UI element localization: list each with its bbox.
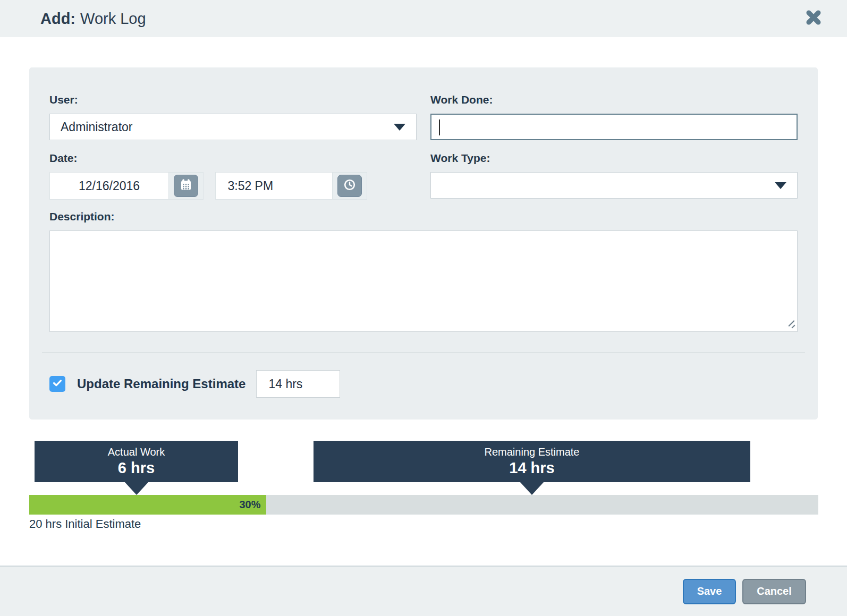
remaining-estimate-input[interactable]	[256, 370, 340, 398]
save-button[interactable]: Save	[683, 579, 736, 604]
description-label: Description:	[49, 210, 798, 223]
update-remaining-checkbox[interactable]	[49, 376, 65, 392]
work-type-label: Work Type:	[430, 152, 798, 165]
work-type-field: Work Type:	[430, 152, 798, 200]
progress-percent-label: 30%	[239, 499, 260, 511]
date-field: Date:	[49, 152, 417, 200]
remaining-estimate-label: Remaining Estimate	[485, 446, 580, 458]
work-done-label: Work Done:	[430, 93, 798, 106]
calendar-icon	[180, 178, 192, 193]
cancel-button-label: Cancel	[757, 585, 792, 597]
close-button[interactable]	[803, 8, 824, 29]
cancel-button[interactable]: Cancel	[742, 579, 806, 604]
remaining-estimate-callout: Remaining Estimate 14 hrs	[314, 441, 750, 482]
dialog-titlebar: Add: Work Log	[0, 0, 847, 37]
user-field: User: Administrator	[49, 93, 417, 140]
text-cursor	[439, 119, 440, 135]
user-label: User:	[49, 93, 417, 106]
work-done-input[interactable]	[430, 114, 798, 140]
description-field: Description:	[49, 210, 798, 332]
time-input-group	[215, 172, 367, 200]
chevron-down-icon	[775, 182, 786, 189]
actual-work-value: 6 hrs	[118, 459, 155, 477]
user-select[interactable]: Administrator	[49, 114, 417, 140]
work-done-field: Work Done:	[430, 93, 798, 140]
actual-work-label: Actual Work	[108, 446, 165, 458]
date-input-group	[49, 172, 204, 200]
actual-work-callout: Actual Work 6 hrs	[35, 441, 238, 482]
dialog-title-prefix: Add:	[40, 10, 75, 28]
user-select-value: Administrator	[61, 120, 132, 134]
time-input[interactable]	[216, 173, 333, 199]
worklog-progress-graph: Actual Work 6 hrs Remaining Estimate 14 …	[0, 441, 847, 531]
progress-bar-track: 30%	[29, 495, 818, 515]
worklog-form-panel: User: Administrator Work Done: Date:	[29, 67, 818, 420]
date-label: Date:	[49, 152, 417, 165]
work-type-select[interactable]	[430, 172, 798, 199]
calendar-button[interactable]	[174, 175, 198, 197]
initial-estimate-caption: 20 hrs Initial Estimate	[29, 517, 141, 531]
close-icon	[804, 8, 823, 29]
remaining-estimate-value: 14 hrs	[509, 459, 554, 477]
clock-button[interactable]	[337, 175, 362, 197]
dialog-footer: Save Cancel	[0, 566, 847, 616]
checkmark-icon	[52, 377, 63, 391]
update-remaining-label: Update Remaining Estimate	[77, 377, 245, 391]
description-textarea[interactable]	[49, 230, 798, 332]
progress-bar-fill: 30%	[29, 495, 266, 515]
date-input[interactable]	[50, 173, 169, 199]
save-button-label: Save	[697, 585, 722, 597]
clock-icon	[343, 178, 356, 193]
chevron-down-icon	[394, 124, 405, 131]
section-divider	[42, 352, 805, 353]
dialog-title: Work Log	[80, 10, 146, 28]
